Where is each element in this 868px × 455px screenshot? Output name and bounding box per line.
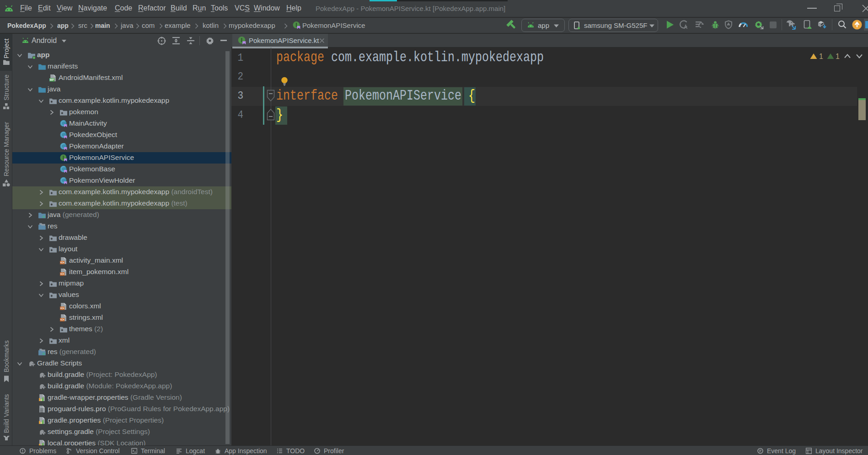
svg-text:<>: <> [60, 307, 64, 310]
svg-text:<>: <> [60, 261, 64, 264]
svg-text:<>: <> [60, 272, 64, 275]
svg-text:MF: MF [50, 78, 54, 81]
svg-text:<>: <> [60, 318, 64, 321]
